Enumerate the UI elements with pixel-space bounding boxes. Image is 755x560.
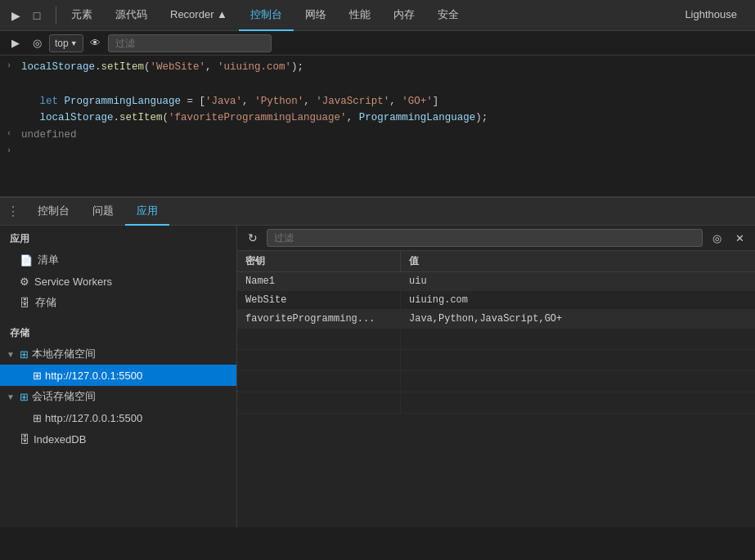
divider <box>56 7 56 25</box>
empty-cell <box>237 350 401 370</box>
sidebar-storage-title: 存储 <box>0 320 236 343</box>
console-line: localStorage.setItem('favoriteProgrammin… <box>0 110 755 127</box>
right-panel: ↻ ◎ ✕ 密钥 值 Name1 uiu WebSite uiuing.com <box>237 226 755 527</box>
tab-performance[interactable]: 性能 <box>338 0 382 31</box>
expand-icon <box>7 77 20 78</box>
bottom-content: 应用 📄 清单 ⚙ Service Workers 🗄 存储 存储 ▼ ⊞ 本地… <box>0 226 755 527</box>
tab-memory[interactable]: 内存 <box>382 0 426 31</box>
sidebar-manifest[interactable]: 📄 清单 <box>0 249 236 271</box>
console-line: › <box>0 144 755 159</box>
sidebar-session-storage-group[interactable]: ▼ ⊞ 会话存储空间 <box>0 386 236 407</box>
chevron-down-icon: ▼ <box>7 392 16 401</box>
result-icon: ‹ <box>7 128 20 138</box>
empty-row <box>237 392 755 414</box>
empty-cell <box>401 350 755 370</box>
right-filter-input[interactable] <box>267 229 703 247</box>
console-line: › localStorage.setItem('WebSite', 'uiuin… <box>0 59 755 76</box>
sidebar-service-workers[interactable]: ⚙ Service Workers <box>0 271 236 292</box>
console-line: ‹ undefined <box>0 127 755 144</box>
session-storage-icon: ⊞ <box>20 391 29 403</box>
bottom-tabbar: ⋮ 控制台 问题 应用 <box>0 198 755 226</box>
inspect-icon[interactable]: □ <box>28 7 46 25</box>
sidebar-storage-label: 存储 <box>35 295 56 310</box>
table-header: 密钥 值 <box>237 251 755 272</box>
sidebar-session-storage-item[interactable]: ⊞ http://127.0.0.1:5500 <box>0 407 236 428</box>
context-selector[interactable]: top ▼ <box>49 34 83 52</box>
indexeddb-label: IndexedDB <box>34 433 86 446</box>
data-table: 密钥 值 Name1 uiu WebSite uiuing.com favori… <box>237 251 755 527</box>
empty-cell <box>237 392 401 413</box>
spacer <box>0 313 236 320</box>
eye-button[interactable]: 👁 <box>87 34 105 52</box>
empty-row <box>237 371 755 392</box>
table-cell-value: Java,Python,JavaScript,GO+ <box>401 310 755 328</box>
tab-recorder[interactable]: Recorder ▲ <box>159 0 239 31</box>
refresh-button[interactable]: ↻ <box>244 229 262 247</box>
local-storage-url-label: http://127.0.0.1:5500 <box>45 370 142 382</box>
table-row[interactable]: Name1 uiu <box>237 272 755 291</box>
indexeddb-icon: 🗄 <box>20 433 30 446</box>
devtools-icons: ▶ □ <box>7 7 46 25</box>
service-workers-icon: ⚙ <box>20 276 29 288</box>
table-cell-key: WebSite <box>237 291 401 309</box>
table-cell-key: Name1 <box>237 272 401 290</box>
console-line <box>0 76 755 93</box>
sidebar-local-storage-item[interactable]: ⊞ http://127.0.0.1:5500 <box>0 365 236 386</box>
console-toolbar: ▶ ◎ top ▼ 👁 <box>0 31 755 56</box>
console-code: localStorage.setItem('WebSite', 'uiuing.… <box>21 60 748 75</box>
block-icon[interactable]: ◎ <box>708 229 726 247</box>
table-row[interactable]: WebSite uiuing.com <box>237 291 755 310</box>
console-code <box>21 77 748 92</box>
empty-cell <box>237 371 401 392</box>
tab-security[interactable]: 安全 <box>426 0 470 31</box>
tab-lighthouse[interactable]: Lighthouse <box>673 0 748 31</box>
sidebar-local-storage-group[interactable]: ▼ ⊞ 本地存储空间 <box>0 343 236 365</box>
tab-console-bottom[interactable]: 控制台 <box>26 198 81 226</box>
expand-icon: › <box>7 60 20 70</box>
bottom-panel: ⋮ 控制台 问题 应用 应用 📄 清单 ⚙ Service Workers 🗄 … <box>0 196 755 527</box>
table-row[interactable]: favoriteProgramming... Java,Python,JavaS… <box>237 310 755 329</box>
sidebar-storage[interactable]: 🗄 存储 <box>0 292 236 313</box>
col-value-header: 值 <box>401 251 755 271</box>
storage-icon: 🗄 <box>20 297 30 309</box>
session-storage-child-icon: ⊞ <box>33 412 42 424</box>
context-label: top <box>55 38 69 49</box>
local-storage-icon: ⊞ <box>20 348 29 361</box>
more-tabs-icon[interactable]: ⋮ <box>7 204 20 219</box>
table-cell-value: uiu <box>401 272 755 290</box>
cursor-icon[interactable]: ▶ <box>7 7 25 25</box>
tab-network[interactable]: 网络 <box>294 0 338 31</box>
session-storage-label: 会话存储空间 <box>32 389 96 404</box>
expand-icon <box>7 94 20 96</box>
manifest-icon: 📄 <box>20 254 33 267</box>
chevron-down-icon: ▼ <box>7 350 16 359</box>
top-tabbar: ▶ □ 元素 源代码 Recorder ▲ 控制台 网络 性能 内存 安全 Li… <box>0 0 755 31</box>
right-toolbar: ↻ ◎ ✕ <box>237 226 755 251</box>
tab-console[interactable]: 控制台 <box>239 0 294 31</box>
empty-cell <box>401 329 755 349</box>
tab-source[interactable]: 源代码 <box>104 0 159 31</box>
sidebar: 应用 📄 清单 ⚙ Service Workers 🗄 存储 存储 ▼ ⊞ 本地… <box>0 226 237 527</box>
block-button[interactable]: ◎ <box>28 34 46 52</box>
sidebar-indexeddb[interactable]: 🗄 IndexedDB <box>0 428 236 450</box>
local-storage-child-icon: ⊞ <box>33 370 42 382</box>
close-icon[interactable]: ✕ <box>730 229 748 247</box>
local-storage-label: 本地存储空间 <box>32 347 96 361</box>
sidebar-app-title: 应用 <box>0 226 236 249</box>
col-key-header: 密钥 <box>237 251 401 271</box>
empty-row <box>237 350 755 371</box>
tab-elements[interactable]: 元素 <box>60 0 104 31</box>
empty-cell <box>401 371 755 392</box>
sidebar-manifest-label: 清单 <box>38 253 59 267</box>
table-cell-value: uiuing.com <box>401 291 755 309</box>
console-line: let ProgrammingLanguage = ['Java', 'Pyth… <box>0 93 755 110</box>
empty-cell <box>401 392 755 413</box>
tab-issues[interactable]: 问题 <box>81 198 125 226</box>
play-button[interactable]: ▶ <box>7 34 25 52</box>
sidebar-service-workers-label: Service Workers <box>34 276 112 288</box>
console-code: let ProgrammingLanguage = ['Java', 'Pyth… <box>21 94 748 110</box>
tab-app[interactable]: 应用 <box>125 198 169 226</box>
console-area: › localStorage.setItem('WebSite', 'uiuin… <box>0 56 755 196</box>
console-filter-input[interactable] <box>108 34 272 52</box>
table-cell-key: favoriteProgramming... <box>237 310 401 328</box>
